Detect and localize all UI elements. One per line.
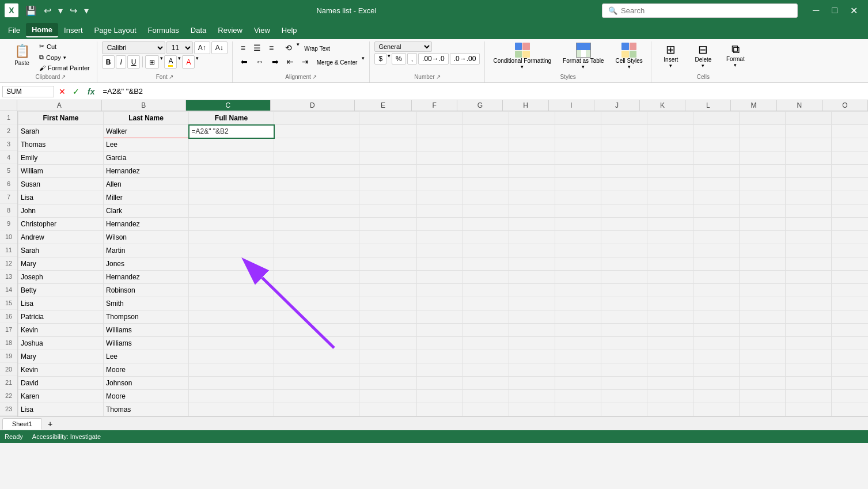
- cell-E6[interactable]: [359, 178, 417, 191]
- format-button[interactable]: ⧉ Format ▾: [721, 41, 751, 69]
- cell-N10[interactable]: [786, 231, 832, 244]
- cell-N4[interactable]: [786, 151, 832, 165]
- row-num-17[interactable]: 17: [0, 323, 17, 336]
- cell-N19[interactable]: [786, 350, 832, 363]
- cell-A18[interactable]: Joshua: [18, 337, 104, 350]
- cell-K8[interactable]: [647, 204, 693, 218]
- cell-O10[interactable]: [832, 231, 869, 244]
- cell-I19[interactable]: [555, 350, 601, 363]
- cell-I12[interactable]: [555, 257, 601, 271]
- insert-button[interactable]: ⊞ Insert ▾: [656, 41, 686, 70]
- row-num-23[interactable]: 23: [0, 403, 17, 416]
- currency-button[interactable]: $: [374, 53, 386, 65]
- formula-input[interactable]: [100, 86, 866, 97]
- cell-H3[interactable]: [509, 138, 555, 151]
- cell-A3[interactable]: Thomas: [18, 138, 104, 151]
- cell-D12[interactable]: [274, 257, 359, 271]
- menu-help[interactable]: Help: [276, 24, 303, 37]
- cell-K6[interactable]: [647, 178, 693, 191]
- cell-B5[interactable]: Hernandez: [104, 165, 189, 178]
- row-num-9[interactable]: 9: [0, 217, 17, 230]
- cell-L1[interactable]: [693, 112, 740, 125]
- cell-D15[interactable]: [274, 297, 359, 310]
- cell-D17[interactable]: [274, 324, 359, 337]
- font-size-select[interactable]: 11: [166, 41, 193, 54]
- decrease-indent[interactable]: ⇤: [283, 55, 297, 68]
- cell-L3[interactable]: [693, 138, 740, 151]
- cell-G1[interactable]: [463, 112, 509, 125]
- cell-J15[interactable]: [601, 297, 647, 310]
- cell-O16[interactable]: [832, 310, 869, 324]
- cell-H7[interactable]: [509, 191, 555, 204]
- cell-D19[interactable]: [274, 350, 359, 363]
- cell-M14[interactable]: [740, 284, 786, 297]
- sheet-tab-sheet1[interactable]: Sheet1: [2, 418, 42, 430]
- cell-I9[interactable]: [555, 218, 601, 231]
- row-num-16[interactable]: 16: [0, 310, 17, 323]
- col-header-b[interactable]: B: [102, 100, 187, 111]
- cell-B12[interactable]: Jones: [104, 257, 189, 271]
- cell-A16[interactable]: Patricia: [18, 310, 104, 324]
- cell-G20[interactable]: [463, 363, 509, 377]
- cell-L8[interactable]: [693, 204, 740, 218]
- cell-L5[interactable]: [693, 165, 740, 178]
- cell-D2[interactable]: [274, 125, 359, 138]
- cell-L14[interactable]: [693, 284, 740, 297]
- cell-B6[interactable]: Allen: [104, 178, 189, 191]
- cell-J12[interactable]: [601, 257, 647, 271]
- cell-A7[interactable]: Lisa: [18, 191, 104, 204]
- cell-F13[interactable]: [417, 271, 463, 284]
- cell-L10[interactable]: [693, 231, 740, 244]
- cell-I17[interactable]: [555, 324, 601, 337]
- cell-C15[interactable]: [189, 297, 274, 310]
- cell-F14[interactable]: [417, 284, 463, 297]
- cell-G9[interactable]: [463, 218, 509, 231]
- cell-I2[interactable]: [555, 125, 601, 138]
- cell-B7[interactable]: Miller: [104, 191, 189, 204]
- cell-I7[interactable]: [555, 191, 601, 204]
- cell-A13[interactable]: Joseph: [18, 271, 104, 284]
- cell-N2[interactable]: [786, 125, 832, 138]
- cell-I10[interactable]: [555, 231, 601, 244]
- row-num-21[interactable]: 21: [0, 376, 17, 389]
- cell-K23[interactable]: [647, 403, 693, 416]
- cell-J2[interactable]: [601, 125, 647, 138]
- cell-K17[interactable]: [647, 324, 693, 337]
- cell-N23[interactable]: [786, 403, 832, 416]
- cell-F21[interactable]: [417, 377, 463, 390]
- formula-cancel-button[interactable]: ✕: [56, 87, 68, 96]
- cell-C14[interactable]: [189, 284, 274, 297]
- cell-K12[interactable]: [647, 257, 693, 271]
- cell-F7[interactable]: [417, 191, 463, 204]
- cell-C4[interactable]: [189, 151, 274, 165]
- increase-font-size[interactable]: A↑: [194, 41, 210, 54]
- cell-K19[interactable]: [647, 350, 693, 363]
- cell-F4[interactable]: [417, 151, 463, 165]
- cell-B1[interactable]: Last Name: [104, 112, 189, 125]
- cell-N1[interactable]: [786, 112, 832, 125]
- col-header-n[interactable]: N: [777, 100, 822, 111]
- cell-E12[interactable]: [359, 257, 417, 271]
- cell-O21[interactable]: [832, 377, 869, 390]
- cell-D8[interactable]: [274, 204, 359, 218]
- increase-indent[interactable]: ⇥: [298, 55, 312, 68]
- cell-K11[interactable]: [647, 244, 693, 257]
- menu-page-layout[interactable]: Page Layout: [89, 24, 142, 37]
- align-left[interactable]: ⬅: [237, 55, 251, 68]
- orientation-button[interactable]: ⟲: [282, 41, 295, 54]
- number-format-select[interactable]: General Number Currency Percentage Text: [374, 41, 432, 52]
- row-num-4[interactable]: 4: [0, 151, 17, 164]
- cell-G19[interactable]: [463, 350, 509, 363]
- col-header-h[interactable]: H: [503, 100, 548, 111]
- cell-I1[interactable]: [555, 112, 601, 125]
- search-box[interactable]: 🔍: [602, 3, 798, 18]
- row-num-5[interactable]: 5: [0, 164, 17, 177]
- cell-C16[interactable]: [189, 310, 274, 324]
- cell-B22[interactable]: Moore: [104, 390, 189, 403]
- cell-A12[interactable]: Mary: [18, 257, 104, 271]
- cell-F18[interactable]: [417, 337, 463, 350]
- cell-D22[interactable]: [274, 390, 359, 403]
- align-center[interactable]: ↔: [252, 55, 267, 68]
- cell-I23[interactable]: [555, 403, 601, 416]
- cell-D20[interactable]: [274, 363, 359, 377]
